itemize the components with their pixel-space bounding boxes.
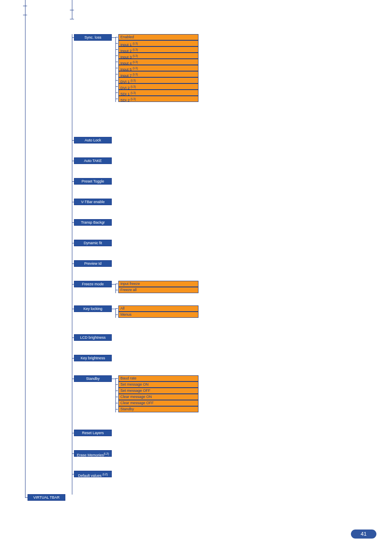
tree-tick	[115, 403, 118, 403]
tree-tick	[115, 378, 118, 379]
tree-tick	[115, 314, 118, 315]
standby-option[interactable]: Clear message OFF	[118, 400, 198, 406]
sup: (L2)	[104, 452, 109, 455]
stub-line	[70, 19, 74, 19]
standby-option[interactable]: Standby	[118, 406, 198, 412]
sup: (L3)	[131, 91, 136, 94]
sup: (L2)	[103, 473, 108, 476]
sup: (L3)	[133, 54, 138, 57]
tree-tick	[115, 99, 118, 99]
sync-loss-option[interactable]: SDI 1 (L3)	[118, 90, 198, 96]
label: Set message ON	[120, 382, 149, 386]
tree-tick	[115, 68, 118, 68]
tree-tick	[115, 56, 118, 56]
tree-tick	[112, 309, 115, 309]
menu-preview-id[interactable]: Preview Id	[74, 260, 112, 267]
freeze-option[interactable]: Input freeze	[118, 281, 198, 287]
menu-auto-lock[interactable]: Auto Lock	[74, 137, 112, 143]
menu-standby[interactable]: Standby	[74, 375, 112, 382]
sync-loss-option[interactable]: Input 5 (L3)	[118, 65, 198, 71]
label: All	[120, 306, 125, 310]
menu-dynamic-fit[interactable]: Dynamic fit	[74, 240, 112, 246]
tree-tick	[115, 43, 118, 44]
label: Freeze all	[120, 288, 137, 292]
label: Menus	[120, 312, 131, 317]
label: Default values	[78, 474, 103, 478]
tree-tick	[115, 391, 118, 391]
label: SDI 2	[120, 98, 131, 102]
menu-virtual-tbar[interactable]: VIRTUAL TBAR	[28, 494, 65, 501]
tree-tick	[115, 62, 118, 62]
label: Input freeze	[120, 282, 140, 286]
sync-loss-option[interactable]: Input 3 (L3)	[118, 53, 198, 59]
label: Standby	[120, 407, 134, 411]
standby-option[interactable]: Set message OFF	[118, 388, 198, 394]
label: Clear message OFF	[120, 401, 154, 405]
sup: (L3)	[131, 79, 136, 82]
tree-line-keylock	[115, 309, 116, 318]
stub-line	[70, 10, 74, 10]
tree-line-standby	[115, 379, 116, 412]
sync-loss-option[interactable]: SDI 2 (L3)	[118, 96, 198, 102]
tree-line-freeze	[115, 284, 116, 293]
sync-loss-option[interactable]: Input 7 (L3)	[118, 71, 198, 77]
sup: (L3)	[133, 67, 138, 69]
sync-loss-option[interactable]: Input 1 (L3)	[118, 40, 198, 46]
keylock-option[interactable]: Menus	[118, 312, 198, 318]
sup: (L3)	[131, 85, 136, 88]
tree-tick	[115, 86, 118, 87]
stub-line	[23, 6, 27, 6]
page-number: 41	[351, 530, 376, 539]
menu-transp-backgr[interactable]: Transp Backgr	[74, 219, 112, 226]
freeze-option[interactable]: Freeze all	[118, 287, 198, 293]
keylock-option[interactable]: All	[118, 305, 198, 312]
sync-loss-option[interactable]: Input 4 (L3)	[118, 59, 198, 65]
sup: (L3)	[133, 48, 138, 51]
menu-key-brightness[interactable]: Key brightness	[74, 355, 112, 361]
sync-loss-option[interactable]: Enabled	[118, 34, 198, 40]
standby-option[interactable]: Baud rate	[118, 375, 198, 382]
tree-line-col1-top	[72, 0, 72, 19]
tree-tick	[115, 397, 118, 397]
menu-erase-memories[interactable]: Erase Memories(L2)	[74, 450, 112, 457]
menu-preset-toggle[interactable]: Preset Toggle	[74, 178, 112, 185]
tree-tick	[112, 284, 115, 284]
tree-tick	[115, 49, 118, 50]
tree-tick	[115, 74, 118, 74]
sup: (L3)	[131, 97, 136, 100]
sup: (L3)	[133, 42, 138, 45]
sync-loss-option[interactable]: Input 2 (L3)	[118, 46, 198, 53]
menu-key-locking[interactable]: Key locking	[74, 305, 112, 312]
tree-tick	[115, 284, 118, 284]
page: Sync. loss EnabledInput 1 (L3)Input 2 (L…	[0, 0, 392, 555]
menu-freeze-mode[interactable]: Freeze mode	[74, 281, 112, 287]
menu-vtbar-enable[interactable]: V-TBar enable	[74, 199, 112, 205]
menu-default-values[interactable]: Default values (L2)	[74, 471, 112, 477]
sup: (L3)	[133, 73, 138, 76]
label: Clear message ON	[120, 395, 152, 399]
tree-tick	[112, 37, 115, 38]
stub-line	[23, 15, 27, 15]
sync-loss-option[interactable]: DVI 1 (L3)	[118, 77, 198, 83]
label: Baud rate	[120, 376, 136, 380]
standby-option[interactable]: Set message ON	[118, 382, 198, 388]
tree-tick	[115, 80, 118, 81]
menu-reset-layers[interactable]: Reset Layers	[74, 430, 112, 436]
menu-lcd-brightness[interactable]: LCD brightness	[74, 334, 112, 341]
tree-line-main	[25, 0, 25, 497]
standby-option[interactable]: Clear message ON	[118, 394, 198, 400]
sync-loss-option[interactable]: DVI 2 (L3)	[118, 83, 198, 90]
label: Set message OFF	[120, 388, 150, 393]
tree-tick	[115, 290, 118, 290]
menu-auto-take[interactable]: Auto TAKE	[74, 157, 112, 164]
label: Enabled	[120, 35, 134, 39]
label: Erase Memories	[77, 453, 104, 457]
sup: (L3)	[133, 60, 138, 63]
tree-tick	[112, 379, 115, 379]
menu-sync-loss[interactable]: Sync. loss	[74, 34, 112, 41]
tree-tick	[115, 92, 118, 93]
tree-tick	[115, 384, 118, 385]
tree-line-col1	[72, 34, 72, 495]
tree-tick	[115, 37, 118, 37]
tree-tick	[115, 409, 118, 409]
